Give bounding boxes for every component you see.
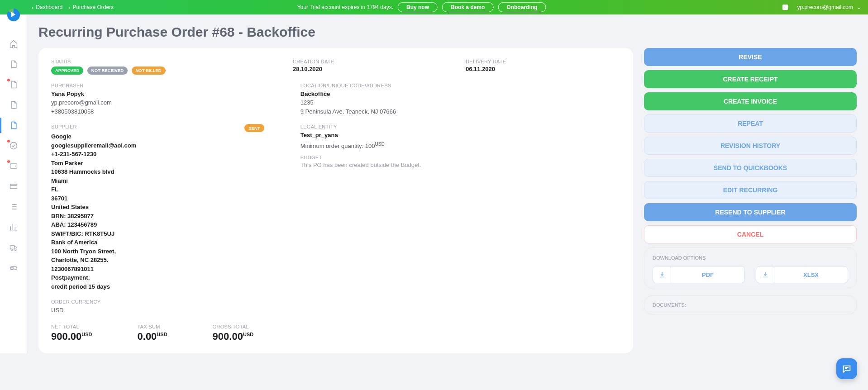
po-details-card: STATUS APPROVED NOT RECEIVED NOT BILLED …: [38, 48, 633, 353]
supplier-label: SUPPLIER: [51, 124, 77, 129]
document-icon: [9, 121, 18, 130]
user-menu[interactable]: yp.precoro@gmail.com⌄: [797, 4, 861, 10]
download-pdf-button[interactable]: PDF: [653, 266, 745, 283]
chart-icon: [9, 223, 18, 232]
supplier-bank-addr1: 100 North Tryon Street,: [51, 247, 282, 256]
app-logo[interactable]: [7, 9, 20, 21]
breadcrumb-dashboard[interactable]: ‹Dashboard: [32, 4, 62, 11]
documents-box: DOCUMENTS:: [644, 295, 857, 314]
chevron-left-icon: ‹: [68, 4, 70, 11]
user-block: yp.precoro@gmail.com⌄: [782, 4, 861, 10]
delivery-date-value: 06.11.2020: [466, 66, 620, 72]
nav-settings[interactable]: [0, 260, 27, 276]
create-invoice-button[interactable]: CREATE INVOICE: [644, 92, 857, 110]
svg-point-3: [11, 249, 12, 250]
top-banner: ‹Dashboard ‹Purchase Orders Your Trial a…: [0, 0, 868, 14]
revision-history-button[interactable]: REVISION HISTORY: [644, 137, 857, 155]
toggle-icon: [9, 263, 18, 272]
svg-point-0: [10, 143, 17, 149]
page-title: Recurring Purchase Order #68 - Backoffic…: [38, 24, 857, 40]
supplier-city: Miami: [51, 176, 282, 185]
svg-rect-2: [10, 184, 17, 189]
supplier-name: Google: [51, 132, 282, 141]
chevron-down-icon: ⌄: [857, 4, 861, 10]
breadcrumbs: ‹Dashboard ‹Purchase Orders: [32, 4, 114, 11]
cancel-button[interactable]: CANCEL: [644, 225, 857, 243]
main-area: Recurring Purchase Order #68 - Backoffic…: [27, 14, 868, 353]
supplier-aba: ABA: 123456789: [51, 220, 282, 229]
list-icon: [9, 202, 18, 211]
nav-home[interactable]: [0, 36, 27, 52]
nav-doc-2[interactable]: [0, 77, 27, 92]
status-approved-badge: APPROVED: [51, 67, 83, 75]
supplier-email: googlesupplieremail@aol.com: [51, 141, 282, 150]
svg-point-6: [11, 267, 13, 269]
repeat-button[interactable]: REPEAT: [644, 114, 857, 133]
download-icon: [653, 266, 671, 283]
buy-now-button[interactable]: Buy now: [398, 2, 438, 12]
document-icon: [9, 60, 18, 69]
nav-shipping[interactable]: [0, 240, 27, 255]
supplier-bank-addr2: Charlotte, NC 28255.: [51, 256, 282, 265]
supplier-state: FL: [51, 185, 282, 194]
left-rail: [0, 14, 27, 353]
location-code: 1235: [300, 98, 620, 107]
documents-label: DOCUMENTS:: [653, 302, 848, 308]
gross-total-label: GROSS TOTAL: [213, 324, 254, 329]
download-icon: [756, 266, 774, 283]
status-not-billed-badge: NOT BILLED: [132, 67, 166, 75]
nav-approve[interactable]: [0, 138, 27, 153]
net-total-label: NET TOTAL: [51, 324, 92, 329]
legal-entity-value: Test_pr_yana: [300, 131, 620, 140]
actions-column: REVISE CREATE RECEIPT CREATE INVOICE REP…: [644, 48, 857, 314]
book-demo-button[interactable]: Book a demo: [442, 2, 493, 12]
edit-recurring-button[interactable]: EDIT RECURRING: [644, 181, 857, 199]
download-options-box: DOWNLOAD OPTIONS PDF XLSX: [644, 247, 857, 288]
supplier-zip: 36701: [51, 194, 282, 203]
download-options-label: DOWNLOAD OPTIONS: [653, 255, 848, 261]
purchaser-name: Yana Popyk: [51, 90, 282, 99]
breadcrumb-purchase-orders[interactable]: ‹Purchase Orders: [68, 4, 114, 11]
nav-card[interactable]: [0, 179, 27, 194]
credit-card-icon: [9, 182, 18, 191]
supplier-acct: 1230067891011: [51, 265, 282, 274]
supplier-phone: +1-231-567-1230: [51, 150, 282, 159]
supplier-country: United States: [51, 203, 282, 212]
document-icon: [9, 80, 18, 89]
location-address: 9 Peninsula Ave. Teaneck, NJ 07666: [300, 107, 620, 116]
truck-icon: [9, 243, 18, 252]
revise-button[interactable]: REVISE: [644, 48, 857, 66]
trial-text: Your Trial account expires in 1794 days.: [297, 4, 393, 10]
download-xlsx-button[interactable]: XLSX: [756, 266, 848, 283]
nav-doc-3[interactable]: [0, 97, 27, 113]
chevron-left-icon: ‹: [32, 4, 33, 11]
nav-wallet[interactable]: [0, 158, 27, 174]
supplier-terms2: credit period 15 days: [51, 282, 282, 291]
svg-point-4: [14, 249, 16, 250]
budget-label: BUDGET: [300, 155, 620, 160]
nav-reports[interactable]: [0, 219, 27, 235]
supplier-swift: SWIFT/BIC: RTK8T5UJ: [51, 229, 282, 238]
nav-list[interactable]: [0, 199, 27, 214]
home-icon: [9, 39, 18, 48]
supplier-brn: BRN: 38295877: [51, 212, 282, 221]
resend-supplier-button[interactable]: RESEND TO SUPPLIER: [644, 203, 857, 221]
nav-purchase-orders[interactable]: [0, 118, 27, 133]
tax-sum-value: 0.00USD: [138, 331, 167, 342]
gross-total-value: 900.00USD: [213, 331, 254, 342]
nav-doc-1[interactable]: [0, 57, 27, 72]
supplier-addr1: 10638 Hammocks blvd: [51, 167, 282, 176]
creation-date-value: 28.10.2020: [293, 66, 448, 72]
location-name: Backoffice: [300, 90, 620, 99]
create-receipt-button[interactable]: CREATE RECEIPT: [644, 70, 857, 88]
supplier-terms1: Postpayment,: [51, 273, 282, 282]
purchaser-label: PURCHASER: [51, 83, 282, 88]
app-icon[interactable]: [782, 5, 788, 10]
onboarding-button[interactable]: Onboarding: [498, 2, 546, 12]
order-currency-label: ORDER CURRENCY: [51, 299, 620, 304]
status-label: STATUS: [51, 59, 275, 64]
trial-strip: Your Trial account expires in 1794 days.…: [297, 2, 546, 12]
supplier-sent-badge: SENT: [244, 124, 264, 132]
delivery-date-label: DELIVERY DATE: [466, 59, 620, 64]
send-quickbooks-button[interactable]: SEND TO QUICKBOOKS: [644, 159, 857, 177]
